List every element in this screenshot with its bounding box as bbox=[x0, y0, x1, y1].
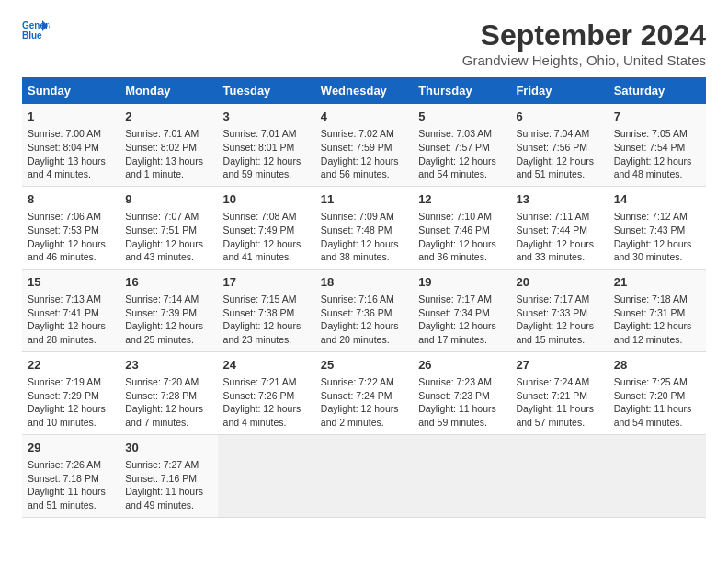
calendar-cell: 13Sunrise: 7:11 AMSunset: 7:44 PMDayligh… bbox=[510, 186, 608, 269]
calendar-cell: 25Sunrise: 7:22 AMSunset: 7:24 PMDayligh… bbox=[315, 351, 413, 434]
day-number: 13 bbox=[516, 191, 602, 208]
col-friday: Friday bbox=[510, 77, 608, 104]
calendar-week-row: 15Sunrise: 7:13 AMSunset: 7:41 PMDayligh… bbox=[22, 269, 706, 351]
day-number: 12 bbox=[418, 191, 505, 208]
day-number: 22 bbox=[28, 357, 114, 373]
calendar-cell: 17Sunrise: 7:15 AMSunset: 7:38 PMDayligh… bbox=[218, 269, 315, 351]
calendar-cell: 16Sunrise: 7:14 AMSunset: 7:39 PMDayligh… bbox=[119, 269, 217, 351]
col-sunday: Sunday bbox=[22, 77, 119, 104]
day-number: 2 bbox=[125, 109, 211, 125]
day-number: 4 bbox=[321, 109, 407, 125]
calendar-cell: 9Sunrise: 7:07 AMSunset: 7:51 PMDaylight… bbox=[119, 186, 217, 269]
day-number: 14 bbox=[614, 191, 700, 208]
calendar-cell: 22Sunrise: 7:19 AMSunset: 7:29 PMDayligh… bbox=[22, 351, 119, 434]
calendar-cell: 12Sunrise: 7:10 AMSunset: 7:46 PMDayligh… bbox=[413, 186, 510, 269]
calendar-cell: 10Sunrise: 7:08 AMSunset: 7:49 PMDayligh… bbox=[218, 186, 315, 269]
calendar-cell: 3Sunrise: 7:01 AMSunset: 8:01 PMDaylight… bbox=[218, 104, 315, 186]
calendar-cell: 23Sunrise: 7:20 AMSunset: 7:28 PMDayligh… bbox=[119, 351, 217, 434]
day-number: 7 bbox=[614, 109, 700, 125]
calendar-cell bbox=[413, 434, 510, 517]
day-number: 8 bbox=[28, 191, 114, 208]
calendar-cell bbox=[609, 434, 706, 517]
day-number: 28 bbox=[614, 357, 700, 373]
col-saturday: Saturday bbox=[609, 77, 706, 104]
calendar-cell: 28Sunrise: 7:25 AMSunset: 7:20 PMDayligh… bbox=[609, 351, 706, 434]
calendar-cell: 11Sunrise: 7:09 AMSunset: 7:48 PMDayligh… bbox=[315, 186, 413, 269]
day-number: 16 bbox=[125, 274, 211, 291]
col-wednesday: Wednesday bbox=[315, 77, 413, 104]
logo: General Blue bbox=[22, 18, 50, 40]
calendar-cell: 24Sunrise: 7:21 AMSunset: 7:26 PMDayligh… bbox=[218, 351, 315, 434]
day-number: 25 bbox=[321, 357, 407, 373]
day-number: 3 bbox=[223, 109, 310, 125]
logo-icon: General Blue bbox=[22, 18, 50, 40]
calendar-week-row: 22Sunrise: 7:19 AMSunset: 7:29 PMDayligh… bbox=[22, 351, 706, 434]
calendar-cell: 21Sunrise: 7:18 AMSunset: 7:31 PMDayligh… bbox=[609, 269, 706, 351]
header: General Blue September 2024 Grandview He… bbox=[22, 18, 706, 68]
calendar-week-row: 8Sunrise: 7:06 AMSunset: 7:53 PMDaylight… bbox=[22, 186, 706, 269]
calendar-cell: 6Sunrise: 7:04 AMSunset: 7:56 PMDaylight… bbox=[510, 104, 608, 186]
col-monday: Monday bbox=[119, 77, 217, 104]
calendar-week-row: 29Sunrise: 7:26 AMSunset: 7:18 PMDayligh… bbox=[22, 434, 706, 517]
day-number: 9 bbox=[125, 191, 211, 208]
page-title: September 2024 bbox=[462, 18, 706, 52]
calendar-cell: 7Sunrise: 7:05 AMSunset: 7:54 PMDaylight… bbox=[609, 104, 706, 186]
calendar-cell: 8Sunrise: 7:06 AMSunset: 7:53 PMDaylight… bbox=[22, 186, 119, 269]
calendar-cell: 4Sunrise: 7:02 AMSunset: 7:59 PMDaylight… bbox=[315, 104, 413, 186]
page-subtitle: Grandview Heights, Ohio, United States bbox=[462, 52, 706, 68]
day-number: 29 bbox=[28, 440, 114, 456]
calendar-cell: 27Sunrise: 7:24 AMSunset: 7:21 PMDayligh… bbox=[510, 351, 608, 434]
calendar-cell: 2Sunrise: 7:01 AMSunset: 8:02 PMDaylight… bbox=[119, 104, 217, 186]
day-number: 11 bbox=[321, 191, 407, 208]
day-number: 24 bbox=[223, 357, 310, 373]
calendar-cell: 18Sunrise: 7:16 AMSunset: 7:36 PMDayligh… bbox=[315, 269, 413, 351]
day-number: 17 bbox=[223, 274, 310, 291]
day-number: 26 bbox=[418, 357, 505, 373]
day-number: 6 bbox=[516, 109, 602, 125]
col-tuesday: Tuesday bbox=[218, 77, 315, 104]
day-number: 18 bbox=[321, 274, 407, 291]
day-number: 27 bbox=[516, 357, 602, 373]
day-number: 1 bbox=[28, 109, 114, 125]
day-number: 30 bbox=[125, 440, 211, 456]
calendar-cell: 15Sunrise: 7:13 AMSunset: 7:41 PMDayligh… bbox=[22, 269, 119, 351]
day-number: 19 bbox=[418, 274, 505, 291]
calendar-cell: 29Sunrise: 7:26 AMSunset: 7:18 PMDayligh… bbox=[22, 434, 119, 517]
calendar-cell: 30Sunrise: 7:27 AMSunset: 7:16 PMDayligh… bbox=[119, 434, 217, 517]
svg-text:Blue: Blue bbox=[22, 30, 42, 40]
calendar-cell: 19Sunrise: 7:17 AMSunset: 7:34 PMDayligh… bbox=[413, 269, 510, 351]
calendar-cell bbox=[510, 434, 608, 517]
title-area: September 2024 Grandview Heights, Ohio, … bbox=[462, 18, 706, 68]
calendar-week-row: 1Sunrise: 7:00 AMSunset: 8:04 PMDaylight… bbox=[22, 104, 706, 186]
calendar-cell: 20Sunrise: 7:17 AMSunset: 7:33 PMDayligh… bbox=[510, 269, 608, 351]
calendar-cell: 1Sunrise: 7:00 AMSunset: 8:04 PMDaylight… bbox=[22, 104, 119, 186]
col-thursday: Thursday bbox=[413, 77, 510, 104]
calendar-cell bbox=[315, 434, 413, 517]
day-number: 21 bbox=[614, 274, 700, 291]
calendar-cell: 26Sunrise: 7:23 AMSunset: 7:23 PMDayligh… bbox=[413, 351, 510, 434]
day-number: 15 bbox=[28, 274, 114, 291]
calendar-cell bbox=[218, 434, 315, 517]
calendar-cell: 5Sunrise: 7:03 AMSunset: 7:57 PMDaylight… bbox=[413, 104, 510, 186]
day-number: 5 bbox=[418, 109, 505, 125]
calendar-table: Sunday Monday Tuesday Wednesday Thursday… bbox=[22, 77, 706, 518]
day-number: 10 bbox=[223, 191, 310, 208]
day-number: 23 bbox=[125, 357, 211, 373]
calendar-header-row: Sunday Monday Tuesday Wednesday Thursday… bbox=[22, 77, 706, 104]
day-number: 20 bbox=[516, 274, 602, 291]
calendar-cell: 14Sunrise: 7:12 AMSunset: 7:43 PMDayligh… bbox=[609, 186, 706, 269]
